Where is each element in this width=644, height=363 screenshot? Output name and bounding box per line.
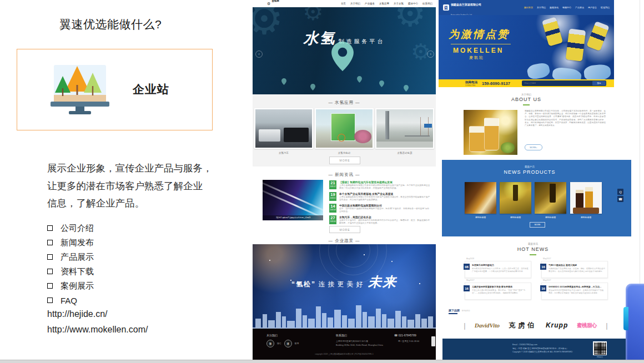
weibo-icon[interactable]: 博 [284, 340, 292, 347]
products-more-button[interactable]: MORE [530, 222, 545, 228]
hotnews-title: 如何提升品牌的影响力 [472, 264, 529, 266]
nav-item[interactable]: 用户留言 [588, 6, 597, 9]
product-card[interactable]: 麦凯轮啤酒 [535, 182, 566, 219]
hotnews-date: May2017 [466, 279, 474, 281]
app-photo-card[interactable] [315, 108, 374, 149]
sign-shape [424, 124, 432, 128]
slogan-divider [451, 44, 511, 44]
back-to-top-widget[interactable] [431, 336, 435, 346]
news-photo-caption: 【案例】氢能源产业园区信息化布局三年规划 [263, 215, 323, 220]
nav-item[interactable]: 关于我们 [537, 6, 546, 9]
hotnews-text: 资生堂2015品牌重新发布会于近日举行，全新的品牌形象与产品线亮相，为消费者带来… [549, 289, 605, 294]
brands-underline [449, 313, 457, 314]
slogan-mid: 连接更美好 [319, 280, 366, 288]
description-text: 展示企业形象，宣传企业产品与服务， 让更多的潜在市场客户熟悉了解企业 信息，了解… [47, 160, 230, 213]
nav-item[interactable]: 首页 [341, 2, 346, 5]
hotnews-card[interactable]: 16 SHISEIDO 2015品牌重新发布会--品牌更新，只为与... 资生堂… [541, 283, 608, 300]
nav-item[interactable]: 联系我们 [601, 6, 610, 9]
feature-label: 新闻发布 [61, 238, 94, 248]
hejide-vision-banner: “氢松” 连接更美好 未来 [253, 244, 436, 329]
wechat-icon[interactable]: 微 [266, 340, 274, 347]
feature-label: 产品展示 [61, 252, 94, 263]
floating-contact-widget: Q ☎ [617, 189, 623, 202]
nav-item[interactable]: 水氢应用 [379, 2, 389, 5]
date-badge: 192018.11 [329, 192, 336, 201]
hotnews-date: May2017 [543, 279, 551, 281]
map-pin-icon [331, 42, 354, 71]
hejide-url: http://hejide.cn/ [47, 309, 108, 319]
search-button[interactable]: 搜索 [592, 81, 606, 85]
about-more-button[interactable]: MORE+ [525, 144, 542, 150]
hotnews-title: SHISEIDO 2015品牌重新发布会--品牌更新，只为与... [549, 285, 605, 288]
slogan-quote: “氢松” [291, 280, 316, 288]
hotnews-card[interactable]: 16 气垫CC霜成热点 遮瑕大揭秘 气垫类彩妆产品近两年大热，以轻薄、服帖、遮瑕… [541, 261, 608, 278]
qq-contact-icon[interactable]: Q [617, 189, 623, 195]
product-card[interactable]: 麦凯轮啤酒 [465, 182, 496, 219]
news-title: 单个水氢产业化项目将落地 水氢产业化再提速 [339, 192, 430, 195]
site-type-card: 企业站 [17, 49, 213, 130]
checkbox-bullet-icon [47, 298, 53, 303]
mokellen-url: http://www.mokellen.com/ [47, 325, 148, 335]
footer-phone: 021-67845789 [399, 334, 416, 337]
news-item[interactable]: 212018.12 【重磅】氢燃料电池汽车有望迎来规模化发展 上海合氢德氢能科技… [329, 180, 430, 191]
hotnews-date: May2017 [543, 258, 551, 260]
date-badge: 16 [464, 285, 470, 291]
star-dot [269, 260, 270, 261]
hejide-site-screenshot: ⚙ 合氢德 Hydrogen 首页 关于我们 产业服务 水氢应用 关于水氢 媒体… [253, 0, 436, 360]
nav-item[interactable]: 关于水氢 [394, 2, 404, 5]
news-item[interactable]: 272018.06 水氢汽车，离我们还有多远 业界对于水氢汽车、燃料电池汽车等新… [329, 215, 430, 226]
star-dot [364, 254, 365, 255]
hejide-apps-section: — 水氢应用 — 水氢汽车 水氢充电站 水氢基站电源 MORE [253, 94, 436, 167]
carousel-next-button[interactable]: › [427, 51, 434, 58]
brand-logo-kelubo[interactable]: 克虏伯 [509, 321, 537, 330]
app-photo-card[interactable] [375, 108, 434, 149]
mokellen-products-section: 最新产品 NEWS PRODUCTS 麦凯轮啤酒 麦凯轮啤酒 麦凯轮啤酒 [442, 160, 631, 236]
nav-item[interactable]: 联系我们 [422, 2, 432, 5]
search-input[interactable] [522, 82, 592, 84]
nav-item[interactable]: 产品展示 [575, 6, 584, 9]
news-more-button[interactable]: MORE [329, 226, 360, 233]
hotnews-card[interactable]: 08 如何提升品牌的影响力 如何提升品牌的影响力？人们常说：人品＋品牌才是王道。… [465, 261, 531, 278]
date-badge: 142018.08 [329, 204, 336, 213]
product-card[interactable]: 麦凯轮啤酒 [570, 182, 602, 219]
hotnews-text: 气垫类彩妆产品近两年大热，以轻薄、服帖、遮瑕的特点俘获众多消费者芳心，各大品牌纷… [549, 268, 605, 273]
bottle-shape [513, 185, 518, 201]
site-type-label: 企业站 [133, 82, 169, 97]
brand-logo-davidvito[interactable]: DavidVito [475, 322, 500, 329]
section-heading: — 水氢应用 — [253, 100, 436, 105]
consult-label-en: CONSULTING [465, 84, 475, 87]
carousel-prev-button[interactable]: ‹ [255, 51, 263, 58]
nav-item-active[interactable]: 网站首页 [524, 6, 533, 9]
brand-logo-krupp[interactable]: Krupp [546, 321, 568, 329]
nav-item[interactable]: 媒体中心 [408, 2, 418, 5]
glass-shape [585, 187, 593, 208]
news-item[interactable]: 142018.08 中国首款水氢燃料电池装置顺利交付 近日，国内首款水氢燃料电池… [329, 203, 430, 214]
nav-item[interactable]: 产业服务 [365, 2, 375, 5]
map-pin-icon [281, 78, 286, 85]
nav-item[interactable]: 视频中心 [562, 6, 571, 9]
nav-item[interactable]: 新闻资讯 [550, 6, 559, 9]
nav-item[interactable]: 关于我们 [350, 2, 360, 5]
cyan-accent-decoration [623, 307, 628, 330]
hotnews-card[interactable]: 16 儿童护肤品种类繁多配方复杂 家长要慎选 市面上的儿童护肤品种类繁多、配方复… [465, 283, 531, 300]
news-photo[interactable]: 【案例】氢能源产业园区信息化布局三年规划 [263, 180, 323, 220]
feature-label: 资料下载 [61, 266, 94, 277]
hejide-footer: 关注我们 微 微信 博 微博 联系我们 上海市闵行区浦飞路1100号10号楼 B… [253, 329, 436, 360]
hops-shape [501, 142, 515, 153]
hejide-logo-cn: 合氢德 [271, 0, 279, 2]
apps-more-button[interactable]: MORE [329, 157, 360, 164]
hotnews-title: 儿童护肤品种类繁多配方复杂 家长要慎选 [472, 285, 529, 288]
app-caption: 水氢基站电源 [375, 152, 434, 154]
qr-code [593, 341, 607, 355]
phone-contact-icon[interactable]: ☎ [617, 196, 623, 202]
news-item[interactable]: 192018.11 单个水氢产业化项目将落地 水氢产业化再提速 上海合氢德氢能科… [329, 191, 430, 203]
contact-label: 联系我们 [336, 334, 347, 337]
brand-logo-pink[interactable]: 蜜桃甜心 [577, 322, 597, 329]
section-heading: — 新闻资讯 — [253, 172, 436, 178]
hejide-header: ⚙ 合氢德 Hydrogen 首页 关于我们 产业服务 水氢应用 关于水氢 媒体… [253, 0, 436, 7]
brands-label: 旗下品牌 [449, 309, 460, 312]
footer-copyright: Copyright © 2018 福建益吉兰贸易有限公司 ALL RIGHTS … [512, 350, 572, 354]
feature-label: 案例展示 [61, 281, 94, 291]
app-photo-card[interactable] [254, 108, 313, 149]
product-card[interactable]: 麦凯轮啤酒 [500, 182, 531, 219]
